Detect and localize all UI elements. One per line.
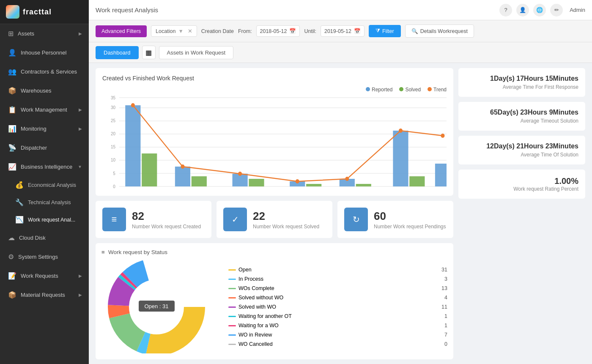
svg-text:35: 35 xyxy=(111,96,115,100)
pie-svg: Open : 31 xyxy=(101,260,211,353)
sidebar-item-assets[interactable]: ⊞ Assets ▶ xyxy=(0,24,89,43)
sidebar-item-label: Business Intelligence xyxy=(21,164,72,170)
advanced-filters-button[interactable]: Advanced Filters xyxy=(96,25,147,37)
svg-rect-32 xyxy=(409,176,425,186)
tab-square-icon[interactable]: ▦ xyxy=(142,46,156,59)
rating-value: 1.00% xyxy=(465,176,578,186)
sidebar-item-label: System Settings xyxy=(18,254,58,260)
page-title: Work request Analysis xyxy=(96,6,499,14)
search-icon: 🔍 xyxy=(411,28,418,34)
sidebar-item-warehouses[interactable]: 📦 Warehouses xyxy=(0,81,89,100)
sidebar-item-inhouse[interactable]: 👤 Inhouse Personnel xyxy=(0,43,89,62)
sidebar-header: fracttal xyxy=(0,0,89,24)
sidebar-item-work-requests[interactable]: 📝 Work Requests ▶ xyxy=(0,266,89,285)
stat-pending: ↻ 60 Number Work request Pendings xyxy=(337,201,453,238)
sidebar-item-technical[interactable]: 🔧 Technical Analysis xyxy=(0,194,89,211)
calendar-icon: 📅 xyxy=(289,28,296,34)
sidebar-item-label: Dispatcher xyxy=(21,145,47,151)
sidebar-item-dispatcher[interactable]: 📡 Dispatcher xyxy=(0,138,89,157)
sidebar-item-material-requests[interactable]: 📦 Material Requests ▶ xyxy=(0,285,89,304)
avg-first-response-value: 1Day(s) 17Hours 15Minutes xyxy=(465,75,578,82)
svg-text:Open : 31: Open : 31 xyxy=(144,303,168,309)
work-requests-icon: 📝 xyxy=(8,272,16,280)
svg-point-36 xyxy=(131,103,135,107)
legend-wo-review: WO in Review 7 xyxy=(228,332,447,338)
solved-with-wo-color xyxy=(228,307,236,308)
status-section: ≡ Work request by Status xyxy=(96,243,453,359)
until-label: Until: xyxy=(304,28,316,34)
edit-icon[interactable]: ✏ xyxy=(550,4,563,16)
from-date-input[interactable]: 2018-05-12 📅 xyxy=(256,25,300,37)
svg-rect-23 xyxy=(249,179,264,186)
avg-timeout-value: 65Day(s) 23Hours 9Minutes xyxy=(465,109,578,116)
svg-text:May-2: May-2 xyxy=(437,189,447,189)
monitoring-icon: 📊 xyxy=(8,125,16,133)
avg-first-response-card: 1Day(s) 17Hours 15Minutes Average Time F… xyxy=(458,68,585,97)
admin-label: Admin xyxy=(570,7,585,13)
svg-rect-26 xyxy=(306,184,321,186)
svg-text:15: 15 xyxy=(111,145,115,150)
until-date-input[interactable]: 2019-05-12 📅 xyxy=(321,25,365,37)
sidebar-item-work-mgmt[interactable]: 📋 Work Management ▶ xyxy=(0,100,89,119)
creation-date-label: Creation Date xyxy=(201,28,234,34)
svg-text:Jan-2019: Jan-2019 xyxy=(236,189,252,189)
sidebar-item-bi[interactable]: 📈 Business Intelligence ▼ xyxy=(0,157,89,176)
sidebar-item-label: Material Requests xyxy=(21,292,65,298)
sidebar-item-cloud[interactable]: ☁ Cloud Disk xyxy=(0,228,89,247)
work-mgmt-icon: 📋 xyxy=(8,106,16,114)
calendar-icon: 📅 xyxy=(354,28,361,34)
filter-button[interactable]: ⧩ Filter xyxy=(369,25,401,37)
sidebar-item-workreq-anal[interactable]: 📉 Work request Anal... xyxy=(0,211,89,228)
tab-dashboard[interactable]: Dashboard xyxy=(96,46,139,59)
sidebar-item-label: Technical Analysis xyxy=(28,200,71,205)
warehouses-icon: 📦 xyxy=(8,87,16,95)
topbar-icons: ? 👤 🌐 ✏ Admin xyxy=(499,4,585,16)
solved-without-wo-color xyxy=(228,297,236,298)
logo-icon xyxy=(6,5,19,19)
svg-rect-16 xyxy=(125,105,140,186)
filters-bar: Advanced Filters Location ▼ ✕ Creation D… xyxy=(89,20,592,42)
until-date-value: 2019-05-12 xyxy=(324,28,351,34)
sidebar-item-monitoring[interactable]: 📊 Monitoring ▶ xyxy=(0,119,89,138)
avg-solution-value: 12Day(s) 21Hours 23Minutes xyxy=(465,142,578,150)
sidebar-item-label: Assets xyxy=(18,30,34,37)
svg-text:Nov-2018: Nov-2018 xyxy=(129,189,145,189)
status-list-icon: ≡ xyxy=(101,249,105,255)
status-section-title: ≡ Work request by Status xyxy=(101,249,447,255)
chart-area: 0 5 10 15 20 25 30 35 xyxy=(102,96,447,189)
notifications-icon[interactable]: 👤 xyxy=(516,4,529,16)
stat-pending-label: Number Work request Pendings xyxy=(374,224,446,230)
help-icon[interactable]: ? xyxy=(499,4,512,16)
legend-solved-with-wo: Solved with WO 11 xyxy=(228,304,447,310)
stat-created-number: 82 xyxy=(132,210,201,223)
settings-icon: ⚙ xyxy=(8,253,14,261)
stat-solved-number: 22 xyxy=(253,210,319,223)
rating-card: 1.00% Work request Rating Percent xyxy=(458,170,585,199)
content-area: Created vs Finished Work Request Reporte… xyxy=(89,63,592,364)
chevron-icon: ▶ xyxy=(79,31,82,36)
sidebar-item-contractors[interactable]: 👥 Contractors & Services xyxy=(0,62,89,81)
inhouse-icon: 👤 xyxy=(8,49,16,57)
bi-icon: 📈 xyxy=(8,163,16,171)
sidebar-item-settings[interactable]: ⚙ System Settings xyxy=(0,247,89,266)
legend-solved: Solved xyxy=(399,87,421,93)
legend-wo-cancelled: WO Cancelled 0 xyxy=(228,341,447,347)
details-button[interactable]: 🔍 Details Workrequest xyxy=(405,25,474,38)
sidebar-item-label: Monitoring xyxy=(21,126,47,132)
sidebar-item-label: Cloud Disk xyxy=(19,235,46,241)
filter-icon: ⧩ xyxy=(375,28,380,34)
logo-text: fracttal xyxy=(23,8,52,16)
globe-icon[interactable]: 🌐 xyxy=(533,4,546,16)
svg-text:Mar-2019: Mar-2019 xyxy=(343,189,359,189)
location-filter[interactable]: Location ▼ ✕ xyxy=(151,25,197,37)
svg-text:Feb-2019: Feb-2019 xyxy=(291,189,307,189)
legend-reported: Reported xyxy=(366,87,392,93)
tab-assets-wr[interactable]: Assets in Work Request xyxy=(159,46,233,59)
right-column: 1Day(s) 17Hours 15Minutes Average Time F… xyxy=(458,68,585,359)
location-clear-icon[interactable]: ✕ xyxy=(188,28,192,34)
chevron-icon: ▶ xyxy=(79,107,82,112)
chevron-icon: ▶ xyxy=(79,274,82,278)
svg-rect-31 xyxy=(393,131,408,186)
in-process-color xyxy=(228,279,236,280)
sidebar-item-economical[interactable]: 💰 Economical Analysis xyxy=(0,176,89,194)
